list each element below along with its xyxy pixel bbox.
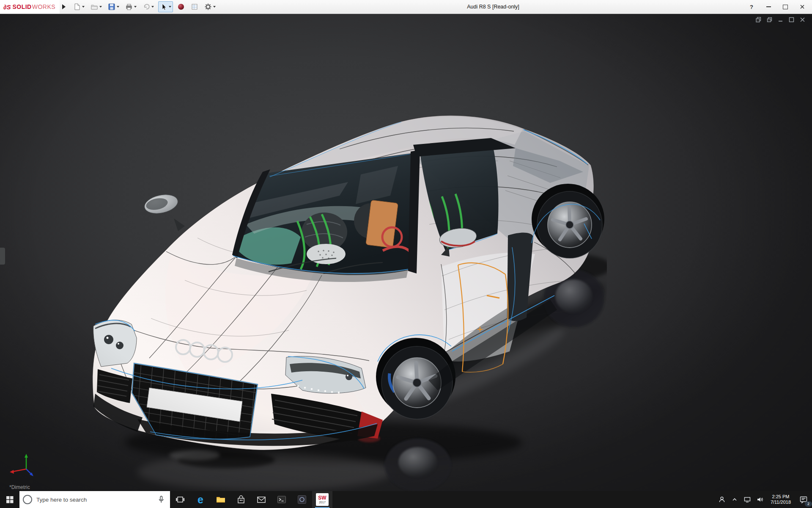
windows-logo-icon: [6, 496, 14, 503]
close-button[interactable]: [797, 2, 808, 12]
close-document-button[interactable]: [800, 17, 805, 22]
dropdown-caret-icon: [99, 6, 102, 8]
car-model-render: [87, 97, 607, 491]
graphics-area-3d[interactable]: *Dimetric: [0, 14, 812, 491]
dark-app-icon: [297, 494, 307, 505]
dropdown-caret-icon: [151, 6, 154, 8]
edge-browser-button[interactable]: e: [190, 491, 211, 508]
gear-icon: [204, 3, 212, 11]
cortana-icon[interactable]: [23, 495, 32, 504]
cascade-windows-button[interactable]: [756, 17, 761, 22]
people-tray-icon[interactable]: [716, 491, 728, 508]
file-explorer-icon: [216, 494, 226, 505]
window-controls: ?: [746, 2, 812, 12]
search-box[interactable]: [19, 491, 170, 508]
store-bag-icon: [236, 494, 246, 505]
dropdown-caret-icon: [134, 6, 137, 8]
quick-access-toolbar: [71, 1, 217, 12]
drawing-sheet-button[interactable]: [189, 1, 200, 12]
dropdown-caret-icon: [213, 6, 216, 8]
save-button[interactable]: [106, 1, 121, 12]
mail-envelope-icon: [256, 494, 266, 505]
microphone-icon[interactable]: [156, 495, 167, 504]
maximize-button[interactable]: [780, 2, 791, 12]
maximize-icon: [783, 5, 788, 9]
select-tool-button[interactable]: [158, 1, 173, 12]
print-icon: [125, 3, 133, 11]
mdi-window-controls: [756, 17, 805, 22]
start-button[interactable]: [0, 491, 19, 508]
mail-button[interactable]: [251, 491, 272, 508]
solidworks-app-icon: SW 2017: [316, 493, 329, 506]
search-input[interactable]: [36, 496, 152, 503]
maximize-document-button[interactable]: [789, 17, 794, 22]
dropdown-caret-icon: [117, 6, 119, 8]
file-explorer-button[interactable]: [211, 491, 231, 508]
dark-app-button[interactable]: [292, 491, 312, 508]
minimize-document-button[interactable]: [778, 17, 783, 22]
open-folder-icon: [91, 3, 98, 11]
select-cursor-icon: [160, 3, 167, 11]
task-view-button[interactable]: [170, 491, 190, 508]
command-prompt-button[interactable]: [272, 491, 292, 508]
open-button[interactable]: [89, 1, 104, 12]
print-button[interactable]: [123, 1, 138, 12]
clock-date: 7/11/2018: [771, 500, 791, 505]
minimize-icon: [766, 6, 771, 7]
menu-flyout-arrow-icon[interactable]: [62, 4, 66, 9]
solidworks-taskbar-button[interactable]: SW 2017: [312, 491, 332, 508]
new-document-button[interactable]: [71, 1, 86, 12]
drawing-sheet-icon: [191, 3, 198, 11]
undo-button[interactable]: [141, 1, 156, 12]
close-icon: [800, 4, 805, 9]
action-center-button[interactable]: 2: [795, 491, 812, 508]
windows-taskbar: e SW 2017: [0, 491, 812, 508]
collapsed-pane-expander[interactable]: [0, 248, 5, 265]
restore-window-button[interactable]: [767, 17, 772, 22]
undo-icon: [143, 3, 150, 11]
dropdown-caret-icon: [169, 6, 171, 8]
left-headlight: [93, 320, 137, 367]
edge-icon: e: [198, 494, 203, 505]
left-side-mirror: [143, 192, 185, 231]
render-sphere-button[interactable]: [176, 1, 187, 12]
orientation-triad-icon: [8, 452, 37, 482]
options-button[interactable]: [203, 1, 217, 12]
render-sphere-icon: [177, 3, 185, 11]
view-orientation-label: *Dimetric: [9, 484, 30, 490]
taskbar-clock[interactable]: 2:25 PM 7/11/2018: [766, 491, 795, 508]
solidworks-logo: ∂S SOLID WORKS: [0, 0, 60, 14]
notification-count-badge: 2: [805, 501, 812, 507]
volume-icon[interactable]: [754, 491, 766, 508]
command-prompt-icon: [277, 494, 287, 505]
rear-wheel: [537, 191, 602, 258]
dropdown-caret-icon: [82, 6, 85, 8]
hidden-icons-chevron[interactable]: [728, 491, 741, 508]
task-view-icon: [175, 494, 185, 505]
save-floppy-icon: [108, 3, 115, 11]
store-button[interactable]: [231, 491, 251, 508]
help-button[interactable]: ?: [746, 2, 757, 12]
minimize-button[interactable]: [763, 2, 774, 12]
titlebar: ∂S SOLID WORKS: [0, 0, 812, 14]
clock-time: 2:25 PM: [772, 494, 789, 500]
new-document-icon: [73, 3, 81, 11]
network-icon[interactable]: [741, 491, 754, 508]
ds-logo-mark: ∂S: [3, 3, 11, 11]
document-title: Audi R8 S [Read-only]: [467, 0, 519, 14]
